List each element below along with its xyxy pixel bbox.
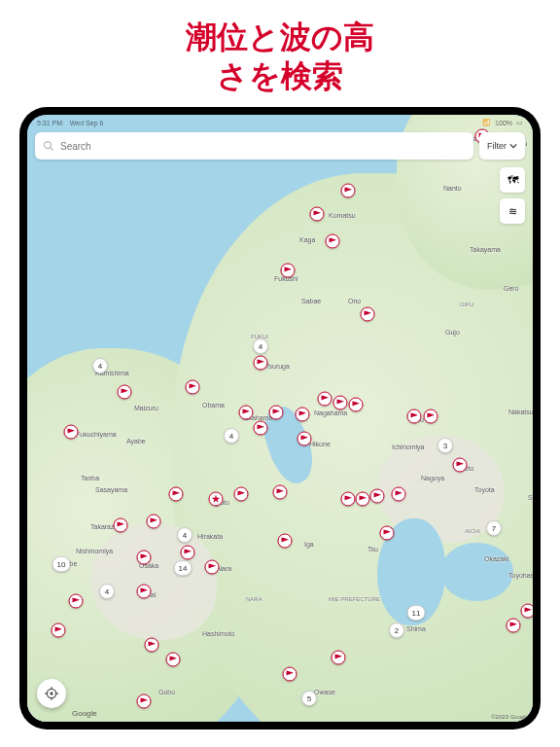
locate-button[interactable] [37,679,66,708]
cluster-marker[interactable]: 11 [407,605,426,621]
cluster-marker[interactable]: 4 [92,358,108,374]
flag-icon [333,396,348,410]
spot-marker[interactable] [69,594,84,609]
spot-marker[interactable] [145,638,159,653]
cluster-count: 11 [407,605,426,621]
spot-marker[interactable] [361,307,375,322]
spot-marker[interactable] [507,619,521,633]
spot-marker[interactable] [283,667,298,682]
spot-marker[interactable] [341,492,356,507]
flag-icon [283,667,298,682]
cluster-marker[interactable]: 4 [177,527,192,543]
tablet-frame: 5:31 PM Wed Sep 6 📶 100% ▭ Filter [19,107,541,729]
spot-marker[interactable] [407,409,422,424]
cluster-count: 14 [174,560,192,576]
spot-marker[interactable] [296,408,310,422]
flag-icon [145,638,159,653]
spot-marker[interactable] [356,492,370,507]
cluster-count: 4 [224,428,239,444]
spot-marker[interactable] [392,487,406,502]
flag-icon [310,207,325,222]
spot-marker[interactable] [234,487,249,502]
search-input[interactable] [60,141,466,152]
flag-icon [114,518,128,533]
spot-marker[interactable] [318,392,332,407]
spot-marker[interactable] [166,653,181,667]
map-canvas[interactable]: ISHIKAWA PREFECTUREUozuNantoKomatsuKagaT… [27,115,533,722]
spot-marker[interactable] [521,604,534,619]
spot-marker[interactable] [380,526,395,541]
svg-point-0 [45,142,52,149]
spot-marker[interactable] [333,396,348,410]
flag-icon [349,398,364,412]
filter-button[interactable]: Filter [479,132,525,160]
favorite-marker[interactable] [209,492,224,507]
spot-marker[interactable] [370,489,385,504]
spot-marker[interactable] [281,264,296,278]
cluster-marker[interactable]: 4 [224,428,239,444]
spot-marker[interactable] [424,409,438,424]
spot-marker[interactable] [254,421,268,436]
layers-icon: 🗺 [508,174,518,186]
status-date: Wed Sep 6 [70,120,104,126]
flag-icon [392,487,406,502]
cluster-marker[interactable]: 14 [174,560,192,576]
flag-icon [147,515,161,529]
cluster-count: 4 [177,527,192,543]
flag-icon [69,594,84,609]
flag-icon [137,585,152,599]
flag-icon [318,392,332,407]
spot-marker[interactable] [205,560,220,575]
spot-marker[interactable] [278,534,293,549]
spot-marker[interactable] [169,487,184,502]
spot-marker[interactable] [64,425,79,440]
filter-label: Filter [487,141,507,151]
cluster-count: 5 [301,691,317,706]
spot-marker[interactable] [269,406,284,420]
flag-icon [52,623,66,638]
flag-icon [407,409,422,424]
cluster-marker[interactable]: 5 [301,691,317,706]
cluster-marker[interactable]: 4 [99,584,115,599]
spot-marker[interactable] [137,694,152,709]
spot-marker[interactable] [137,551,152,565]
spot-marker[interactable] [298,432,312,446]
spot-marker[interactable] [273,485,288,500]
spot-marker[interactable] [114,518,128,533]
cluster-marker[interactable]: 2 [389,622,404,638]
spot-marker[interactable] [341,184,356,198]
spot-marker[interactable] [310,207,325,222]
spot-marker[interactable] [254,356,268,371]
flag-icon [273,485,288,500]
search-box[interactable] [35,132,473,160]
spot-marker[interactable] [332,651,346,665]
spot-marker[interactable] [239,406,254,420]
headline-line2: さを検索 [217,58,343,93]
tide-button[interactable]: ≋ [500,198,525,224]
spot-marker[interactable] [453,458,468,473]
spot-marker[interactable] [326,234,340,249]
spot-marker[interactable] [137,585,152,599]
cluster-marker[interactable]: 4 [253,338,268,354]
spot-marker[interactable] [349,398,364,412]
status-time: 5:31 PM [37,120,62,126]
wifi-icon: 📶 [482,119,491,126]
spot-marker[interactable] [52,623,66,638]
star-icon [209,492,224,507]
google-logo: Google [72,709,97,718]
flag-icon [169,487,184,502]
cluster-marker[interactable]: 10 [52,556,71,572]
flag-icon [361,307,375,322]
layers-button[interactable]: 🗺 [500,167,525,193]
spot-marker[interactable] [186,380,200,395]
flag-icon [341,492,356,507]
flag-icon [341,184,356,198]
flag-icon [332,651,346,665]
cluster-marker[interactable]: 3 [438,438,453,453]
spot-marker[interactable] [118,385,132,400]
svg-line-1 [51,148,53,151]
cluster-marker[interactable]: 7 [486,520,502,536]
spot-marker[interactable] [181,546,195,560]
cluster-count: 3 [438,438,453,453]
spot-marker[interactable] [147,515,161,529]
